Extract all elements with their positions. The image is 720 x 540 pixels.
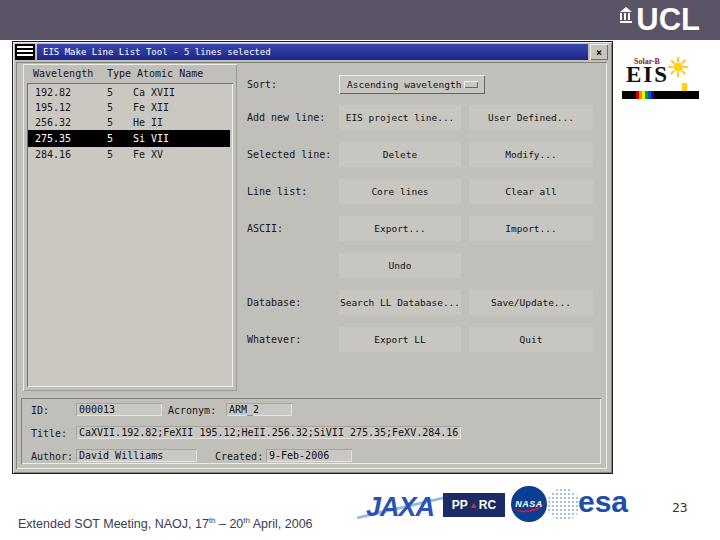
ucl-logo: UCL	[620, 5, 700, 35]
created-field[interactable]: 9-Feb-2006	[266, 449, 352, 462]
undo-button[interactable]: Undo	[339, 253, 461, 278]
pparc-triangle-icon: ▲	[469, 500, 478, 510]
esa-globe-icon	[547, 488, 580, 521]
slide: UCL EIS Make Line List Tool - 5 lines se…	[0, 0, 720, 540]
nasa-logo: NASA	[511, 486, 547, 522]
eis-project-line-button[interactable]: EIS project line...	[339, 105, 461, 130]
export-ascii-button[interactable]: Export...	[339, 216, 461, 241]
acronym-label: Acronym:	[168, 405, 216, 416]
ucl-portico-icon	[620, 7, 632, 23]
quit-button[interactable]: Quit	[469, 327, 593, 352]
add-new-line-label: Add new line:	[247, 112, 325, 123]
import-ascii-button[interactable]: Import...	[469, 216, 593, 241]
line-row-192[interactable]: 192.82 5 Ca XVII	[29, 85, 229, 100]
sun-stem	[682, 83, 687, 91]
sort-dropdown-value: Ascending wavelength	[347, 79, 461, 90]
window-menu-icon[interactable]	[15, 44, 35, 60]
author-field[interactable]: David Williams	[76, 449, 197, 462]
page-number: 23	[672, 500, 688, 515]
delete-button[interactable]: Delete	[339, 142, 461, 167]
database-label: Database:	[247, 297, 301, 308]
line-type: 5	[107, 149, 133, 160]
save-update-button[interactable]: Save/Update...	[469, 290, 593, 315]
id-label: ID:	[31, 405, 49, 416]
col-header-wavelength: Wavelength	[33, 68, 93, 79]
footer-text: Extended SOT Meeting, NAOJ, 17	[18, 517, 209, 531]
window-title-bar[interactable]: EIS Make Line List Tool - 5 lines select…	[37, 44, 588, 60]
export-ll-button[interactable]: Export LL	[339, 327, 461, 352]
ascii-label: ASCII:	[247, 223, 283, 234]
line-name: Ca XVII	[133, 87, 229, 98]
line-type: 5	[107, 87, 133, 98]
line-row-256[interactable]: 256.32 5 He II	[29, 115, 229, 130]
line-name: He II	[133, 117, 229, 128]
footer-sup: th	[209, 516, 216, 525]
sort-label: Sort:	[247, 79, 277, 90]
pparc-pp: PP	[452, 498, 468, 512]
footer-text: – 20	[216, 517, 244, 531]
line-wavelength: 284.16	[29, 149, 107, 160]
line-name: Si VII	[133, 133, 229, 144]
line-row-275-selected[interactable]: 275.35 5 Si VII	[29, 131, 229, 146]
core-lines-button[interactable]: Core lines	[339, 179, 461, 204]
line-list-label: Line list:	[247, 186, 307, 197]
ucl-logo-text: UCL	[636, 5, 700, 35]
line-list[interactable]: 192.82 5 Ca XVII 195.12 5 Fe XII 256.32 …	[27, 83, 233, 387]
col-header-atomic-name: Atomic Name	[137, 68, 203, 79]
line-type: 5	[107, 102, 133, 113]
col-header-type: Type	[107, 68, 131, 79]
created-label: Created:	[215, 451, 263, 462]
line-row-195[interactable]: 195.12 5 Fe XII	[29, 100, 229, 115]
nasa-logo-text: NASA	[515, 499, 543, 509]
search-ll-database-button[interactable]: Search LL Database...	[339, 290, 461, 315]
id-field[interactable]: 000013	[76, 403, 162, 416]
sort-dropdown[interactable]: Ascending wavelength	[339, 75, 485, 94]
esa-logo-text: esa	[578, 485, 628, 519]
line-type: 5	[107, 117, 133, 128]
selected-line-label: Selected line:	[247, 149, 331, 160]
close-icon[interactable]: ×	[590, 44, 608, 60]
line-wavelength: 195.12	[29, 102, 107, 113]
title-field[interactable]: CaXVII.192.82;FeXII 195.12;HeII.256.32;S…	[76, 426, 461, 439]
eis-logo-text: EIS	[626, 62, 669, 88]
footer-caption: Extended SOT Meeting, NAOJ, 17th – 20th …	[18, 516, 313, 531]
line-wavelength: 275.35	[29, 133, 107, 144]
line-name: Fe XV	[133, 149, 229, 160]
pparc-rc: RC	[479, 498, 496, 512]
line-wavelength: 192.82	[29, 87, 107, 98]
sun-icon: ☀	[666, 52, 690, 83]
option-menu-indicator-icon	[464, 81, 478, 88]
jaxa-logo: JAXA	[366, 492, 434, 523]
footer-text: April, 2006	[250, 517, 313, 531]
acronym-field[interactable]: ARM_2	[226, 403, 292, 416]
line-row-284[interactable]: 284.16 5 Fe XV	[29, 147, 229, 162]
pparc-logo: PP ▲ RC	[443, 493, 505, 517]
footer-sup: th	[243, 516, 250, 525]
modify-button[interactable]: Modify...	[469, 142, 593, 167]
eis-spectrum-bar	[622, 91, 699, 99]
author-label: Author:	[31, 451, 73, 462]
title-label: Title:	[31, 428, 67, 439]
clear-all-button[interactable]: Clear all	[469, 179, 593, 204]
line-wavelength: 256.32	[29, 117, 107, 128]
line-name: Fe XII	[133, 102, 229, 113]
top-banner	[0, 0, 720, 40]
user-defined-button[interactable]: User Defined...	[469, 105, 593, 130]
whatever-label: Whatever:	[247, 334, 301, 345]
line-type: 5	[107, 133, 133, 144]
